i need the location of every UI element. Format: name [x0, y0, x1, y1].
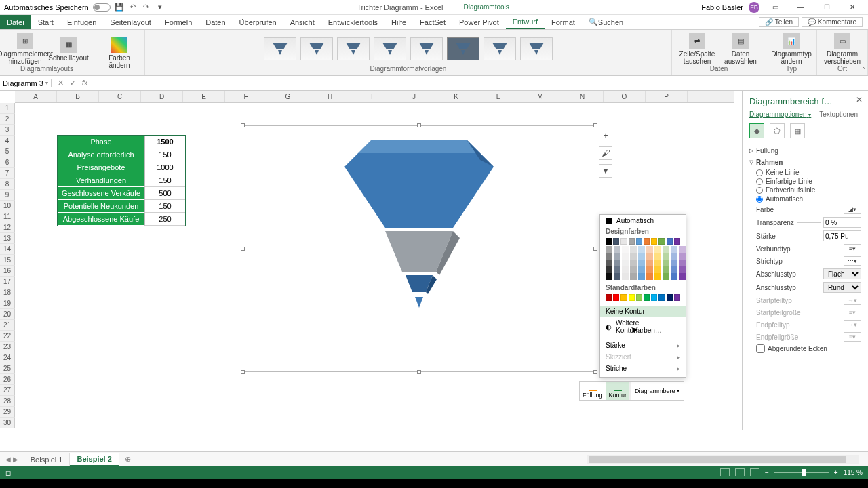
- tab-ansicht[interactable]: Ansicht: [283, 15, 321, 29]
- shade-swatch[interactable]: [614, 260, 620, 266]
- table-row[interactable]: Preisangebote1000: [58, 161, 185, 174]
- zoom-out-button[interactable]: −: [765, 469, 769, 476]
- fill-line-icon[interactable]: ◆: [749, 123, 764, 138]
- col-header[interactable]: I: [351, 91, 393, 102]
- row-header[interactable]: 13: [0, 233, 15, 244]
- chart-style-thumb[interactable]: [374, 37, 406, 60]
- chart-style-gallery[interactable]: [264, 33, 553, 65]
- row-header[interactable]: 1: [0, 103, 15, 114]
- chart-style-thumb[interactable]: [300, 37, 333, 60]
- col-header[interactable]: O: [604, 91, 646, 102]
- tab-formeln[interactable]: Formeln: [158, 15, 199, 29]
- chart-style-thumb[interactable]: [337, 37, 370, 60]
- col-header[interactable]: P: [646, 91, 688, 102]
- rounded-corners-check[interactable]: Abgerundete Ecken: [749, 343, 861, 354]
- close-pane-button[interactable]: ✕: [856, 95, 863, 104]
- shade-swatch[interactable]: [638, 253, 645, 260]
- tab-entwurf[interactable]: Entwurf: [506, 15, 545, 29]
- enter-formula-icon[interactable]: ✓: [68, 79, 77, 87]
- row-value[interactable]: 500: [144, 187, 185, 200]
- row-value[interactable]: 150: [144, 174, 185, 187]
- radio-gradient-line[interactable]: Farbverlaufslinie: [749, 186, 861, 195]
- theme-shades-grid[interactable]: [600, 246, 686, 283]
- col-header[interactable]: C: [99, 91, 141, 102]
- row-header[interactable]: 18: [0, 287, 15, 298]
- shade-swatch[interactable]: [614, 253, 620, 260]
- row-header[interactable]: 20: [0, 309, 15, 320]
- chart-object[interactable]: + 🖌 ▼: [243, 125, 595, 372]
- table-row[interactable]: Analyse erforderlich150: [58, 148, 185, 161]
- chart-options-tab[interactable]: Diagrammoptionen ▾: [749, 110, 811, 118]
- shade-swatch[interactable]: [646, 260, 653, 266]
- share-button[interactable]: 🔗 Teilen: [759, 17, 799, 27]
- col-header[interactable]: H: [309, 91, 351, 102]
- record-macro-icon[interactable]: ◻: [5, 469, 11, 476]
- tab-powerpivot[interactable]: Power Pivot: [452, 15, 506, 29]
- row-header[interactable]: 8: [0, 179, 15, 190]
- shade-swatch[interactable]: [679, 273, 686, 280]
- col-header[interactable]: K: [435, 91, 477, 102]
- resize-handle[interactable]: [241, 123, 245, 127]
- shade-swatch[interactable]: [646, 246, 653, 253]
- shade-swatch[interactable]: [654, 253, 661, 260]
- shade-swatch[interactable]: [646, 253, 653, 260]
- maximize-button[interactable]: ☐: [816, 1, 837, 14]
- collapse-ribbon-icon[interactable]: ˄: [862, 66, 865, 74]
- zoom-level[interactable]: 115 %: [844, 469, 863, 476]
- shade-swatch[interactable]: [663, 266, 669, 273]
- col-header[interactable]: D: [141, 91, 183, 102]
- resize-handle[interactable]: [593, 247, 597, 251]
- select-data-button[interactable]: ▤Daten auswählen: [721, 33, 760, 65]
- cancel-formula-icon[interactable]: ✕: [56, 79, 65, 87]
- col-header[interactable]: B: [57, 91, 99, 102]
- automatic-color-item[interactable]: Automatisch: [600, 215, 686, 226]
- row-label[interactable]: Analyse erforderlich: [58, 148, 144, 161]
- shade-swatch[interactable]: [606, 273, 612, 280]
- shade-swatch[interactable]: [606, 253, 612, 260]
- ribbon-display-icon[interactable]: ▭: [765, 1, 785, 14]
- zoom-slider[interactable]: [774, 472, 829, 473]
- sheet-tab-2[interactable]: Beispiel 2: [70, 453, 119, 466]
- row-value[interactable]: 150: [144, 148, 185, 161]
- page-layout-view-icon[interactable]: [735, 468, 745, 476]
- col-header[interactable]: E: [183, 91, 225, 102]
- shade-swatch[interactable]: [654, 246, 661, 253]
- add-sheet-button[interactable]: ⊕: [119, 455, 136, 464]
- row-header[interactable]: 14: [0, 244, 15, 255]
- table-row[interactable]: Potentielle Neukunden150: [58, 200, 185, 213]
- shade-swatch[interactable]: [671, 273, 677, 280]
- row-header[interactable]: 24: [0, 352, 15, 363]
- resize-handle[interactable]: [593, 370, 597, 374]
- row-header[interactable]: 2: [0, 114, 15, 125]
- name-box[interactable]: Diagramm 3▾: [0, 79, 52, 87]
- quick-layout-button[interactable]: ▦Schnelllayout: [49, 37, 88, 62]
- weight-submenu[interactable]: Stärke▸: [600, 340, 686, 351]
- shade-swatch[interactable]: [663, 246, 669, 253]
- column-headers[interactable]: ABCDEFGHIJKLMNOP: [15, 91, 734, 103]
- row-header[interactable]: 26: [0, 374, 15, 385]
- change-chart-type-button[interactable]: 📊Diagrammtyp ändern: [772, 33, 811, 65]
- shade-swatch[interactable]: [630, 273, 637, 280]
- tab-datei[interactable]: Datei: [0, 15, 31, 29]
- row-header[interactable]: 5: [0, 146, 15, 157]
- shade-swatch[interactable]: [606, 246, 612, 253]
- tab-ueberpruefen[interactable]: Überprüfen: [233, 15, 283, 29]
- row-header[interactable]: 28: [0, 396, 15, 407]
- shade-swatch[interactable]: [622, 253, 629, 260]
- row-header[interactable]: 30: [0, 418, 15, 428]
- tab-einfuegen[interactable]: Einfügen: [60, 15, 103, 29]
- normal-view-icon[interactable]: [720, 468, 730, 476]
- row-headers[interactable]: 1234567891011121314151617181920212223242…: [0, 103, 15, 428]
- row-label[interactable]: Abgeschlossene Käufe: [58, 213, 144, 226]
- chart-style-thumb[interactable]: [484, 37, 516, 60]
- row-header[interactable]: 9: [0, 190, 15, 201]
- radio-no-line[interactable]: Keine Linie: [749, 168, 861, 177]
- color-picker-button[interactable]: ◢▾: [844, 205, 861, 214]
- shade-swatch[interactable]: [614, 273, 620, 280]
- search-box[interactable]: 🔍 Suchen: [582, 15, 630, 29]
- shade-swatch[interactable]: [606, 266, 612, 273]
- dashes-submenu[interactable]: Striche▸: [600, 363, 686, 374]
- radio-solid-line[interactable]: Einfarbige Linie: [749, 177, 861, 186]
- tab-hilfe[interactable]: Hilfe: [384, 15, 413, 29]
- zoom-in-button[interactable]: +: [834, 469, 838, 476]
